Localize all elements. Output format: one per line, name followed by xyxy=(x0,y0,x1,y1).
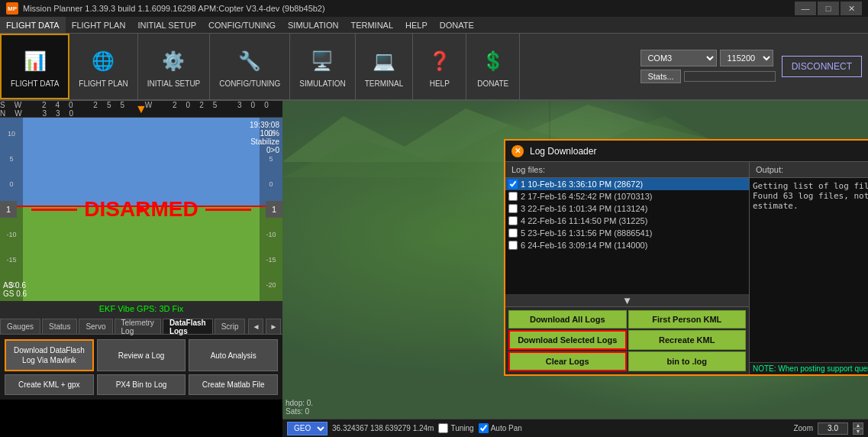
hud-info-right: 19:39:08 100% Stabilize 0>0 xyxy=(250,121,279,154)
menu-config-tuning[interactable]: CONFIG/TUNING xyxy=(202,17,282,33)
menu-help[interactable]: HELP xyxy=(399,17,434,33)
baud-select[interactable]: 115200 xyxy=(720,50,773,66)
maximize-button[interactable]: □ xyxy=(818,2,839,15)
tab-dataflash[interactable]: DataFlash Logs xyxy=(163,319,213,334)
log-checkbox-2[interactable] xyxy=(508,192,518,201)
tab-scripts[interactable]: Scrip xyxy=(215,319,246,334)
tab-servo[interactable]: Servo xyxy=(79,319,112,334)
zoom-down-button[interactable]: ▼ xyxy=(853,429,863,435)
review-log-btn[interactable]: Review a Log xyxy=(97,339,186,371)
simulation-icon: 🖥️ xyxy=(307,46,337,76)
log-label-1: 1 10-Feb-16 3:36:10 PM (28672) xyxy=(521,180,643,189)
stats-button[interactable]: Stats... xyxy=(641,70,680,83)
log-item-6[interactable]: 6 24-Feb-16 3:09:14 PM (114000) xyxy=(505,239,749,251)
log-scroll-down[interactable]: ▼ xyxy=(505,294,749,306)
menu-flight-plan[interactable]: FLIGHT PLAN xyxy=(66,17,132,33)
right-wing xyxy=(205,209,251,211)
flight-plan-icon: 🌐 xyxy=(88,46,118,76)
log-item-5[interactable]: 5 23-Feb-16 1:31:56 PM (8886541) xyxy=(505,227,749,239)
log-item-1[interactable]: 1 10-Feb-16 3:36:10 PM (28672) xyxy=(505,178,749,190)
log-files-header: Log files: xyxy=(505,162,749,178)
log-checkbox-6[interactable] xyxy=(508,241,518,250)
log-label-6: 6 24-Feb-16 3:09:14 PM (114000) xyxy=(521,241,647,250)
toolbar-flight-plan-label: FLIGHT PLAN xyxy=(79,79,127,88)
toolbar-flight-plan[interactable]: 🌐 FLIGHT PLAN xyxy=(69,34,137,99)
toolbar-terminal-label: TERMINAL xyxy=(365,79,404,88)
right-indicator: 1 xyxy=(266,201,282,218)
toolbar: 📊 FLIGHT DATA 🌐 FLIGHT PLAN ⚙️ INITIAL S… xyxy=(0,34,868,101)
output-panel: Output: Getting list of log files... Fou… xyxy=(750,162,868,374)
toolbar-simulation[interactable]: 🖥️ SIMULATION xyxy=(290,34,355,99)
toolbar-terminal[interactable]: 💻 TERMINAL xyxy=(356,34,414,99)
auto-analysis-btn[interactable]: Auto Analysis xyxy=(189,339,278,371)
tuning-checkbox[interactable] xyxy=(438,423,448,433)
disarmed-label: DISARMED xyxy=(84,197,198,222)
menu-simulation[interactable]: SIMULATION xyxy=(282,17,344,33)
tab-telemetry[interactable]: Telemetry Log xyxy=(115,319,161,334)
auto-pan-checkbox[interactable] xyxy=(479,423,489,433)
toolbar-donate[interactable]: 💲 DONATE xyxy=(466,34,520,99)
menu-donate[interactable]: DONATE xyxy=(434,17,480,33)
dialog-title: Log Downloader xyxy=(530,146,868,157)
app-title: Mission Planner 1.3.39.3 build 1.1.6099.… xyxy=(23,4,325,13)
px4-bin-btn[interactable]: PX4 Bin to Log xyxy=(97,374,186,395)
config-icon: 🔧 xyxy=(234,46,265,76)
clear-logs-btn[interactable]: Clear Logs xyxy=(508,351,627,371)
main-area: ▼ SW 240 255 W 2025 300 NW 330 10 5 0 -5… xyxy=(0,101,868,437)
dataflash-panel: Download DataFlash Log Via Mavlink Revie… xyxy=(0,335,282,400)
recreate-kml-btn[interactable]: Recreate KML xyxy=(628,330,747,350)
close-button[interactable]: ✕ xyxy=(841,2,862,15)
log-checkbox-4[interactable] xyxy=(508,216,518,225)
auto-pan-checkbox-label[interactable]: Auto Pan xyxy=(479,423,522,433)
ekf-status-bar: EKF Vibe GPS: 3D Fix xyxy=(0,301,282,316)
menu-initial-setup[interactable]: INITIAL SETUP xyxy=(131,17,202,33)
tab-gauges[interactable]: Gauges xyxy=(0,319,40,334)
map-bottom-bar: GEO 36.324367 138.639279 1.24m Tuning Au… xyxy=(282,419,868,437)
create-kml-btn[interactable]: Create KML + gpx xyxy=(5,374,94,395)
log-checkbox-1[interactable] xyxy=(508,180,518,189)
log-checkbox-5[interactable] xyxy=(508,228,518,238)
toolbar-flight-data-label: FLIGHT DATA xyxy=(11,79,59,88)
menu-terminal[interactable]: TERMINAL xyxy=(344,17,399,33)
tuning-checkbox-label[interactable]: Tuning xyxy=(438,423,473,433)
log-checkbox-3[interactable] xyxy=(508,204,518,213)
log-file-list[interactable]: 1 10-Feb-16 3:36:10 PM (28672) 2 17-Feb-… xyxy=(505,178,749,294)
auto-pan-label: Auto Pan xyxy=(491,424,522,432)
dialog-icon: ✕ xyxy=(511,145,524,157)
toolbar-initial-setup[interactable]: ⚙️ INITIAL SETUP xyxy=(138,34,211,99)
toolbar-help[interactable]: ❓ HELP xyxy=(413,34,466,99)
log-label-3: 3 22-Feb-16 1:01:34 PM (113124) xyxy=(521,204,647,213)
menu-bar: FLIGHT DATA FLIGHT PLAN INITIAL SETUP CO… xyxy=(0,17,868,34)
hud-display: 10 5 0 -5 -10 -15 -20 10 5 0 -5 -10 -15 … xyxy=(0,118,282,301)
minimize-button[interactable]: — xyxy=(795,2,816,15)
time-display: 19:39:08 xyxy=(250,121,279,129)
port-select[interactable]: COM3 xyxy=(641,50,717,66)
toolbar-donate-label: DONATE xyxy=(477,79,508,88)
log-item-2[interactable]: 2 17-Feb-16 4:52:42 PM (1070313) xyxy=(505,190,749,202)
log-item-4[interactable]: 4 22-Feb-16 11:14:50 PM (31225) xyxy=(505,215,749,227)
zoom-input[interactable]: 3.0 xyxy=(818,422,848,435)
toolbar-initial-setup-label: INITIAL SETUP xyxy=(147,79,201,88)
toolbar-flight-data[interactable]: 📊 FLIGHT DATA xyxy=(0,34,69,99)
airspeed: AS 0.6 xyxy=(3,281,27,290)
download-all-btn[interactable]: Download All Logs xyxy=(508,310,627,329)
first-person-kml-btn[interactable]: First Person KML xyxy=(628,310,747,329)
tab-nav-next[interactable]: ► xyxy=(266,319,281,334)
zoom-up-button[interactable]: ▲ xyxy=(853,422,863,429)
tab-status[interactable]: Status xyxy=(42,319,77,334)
log-item-3[interactable]: 3 22-Feb-16 1:01:34 PM (113124) xyxy=(505,202,749,215)
bin-to-log-btn[interactable]: bin to .log xyxy=(628,351,747,371)
disconnect-button[interactable]: DISCONNECT xyxy=(782,56,862,77)
title-bar: MP Mission Planner 1.3.39.3 build 1.1.60… xyxy=(0,0,868,17)
create-matlab-btn[interactable]: Create Matlab File xyxy=(189,374,278,395)
geo-select[interactable]: GEO xyxy=(287,422,328,435)
download-selected-btn[interactable]: Download Selected Logs xyxy=(508,330,627,350)
toolbar-config[interactable]: 🔧 CONFIG/TUNING xyxy=(210,34,290,99)
menu-flight-data[interactable]: FLIGHT DATA xyxy=(0,17,66,33)
compass-marker: ▼ xyxy=(135,101,147,118)
tab-nav-prev[interactable]: ◄ xyxy=(248,319,263,334)
hdop-value: hdop: 0. xyxy=(286,399,313,407)
toolbar-config-label: CONFIG/TUNING xyxy=(219,79,280,88)
map-area[interactable]: hdop: 0. Sats: 0 GEO 36.324367 138.63927… xyxy=(282,101,868,437)
download-dataflash-btn[interactable]: Download DataFlash Log Via Mavlink xyxy=(5,339,94,371)
